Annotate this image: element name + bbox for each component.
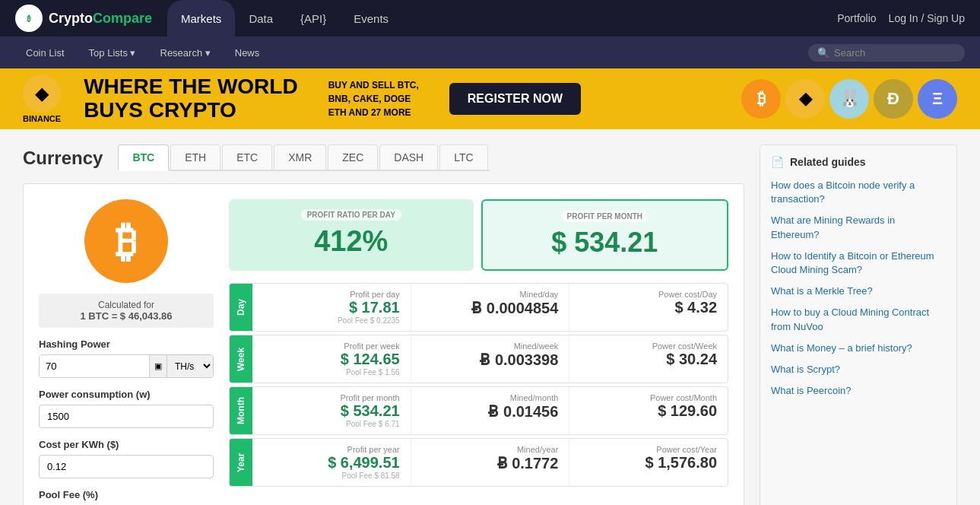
profit-month-label: PROFIT PER MONTH (496, 211, 714, 221)
nav-tab-markets[interactable]: Markets (167, 0, 235, 37)
nav-tab-api[interactable]: {API} (287, 0, 340, 37)
guides-list: How does a Bitcoin node verify a transac… (771, 179, 946, 398)
banner-headline: WHERE THE WORLD BUYS CRYPTO (84, 75, 298, 122)
sec-nav-toplists[interactable]: Top Lists ▾ (78, 37, 147, 68)
row-cells: Profit per year $ 6,499.51 Pool Fee $ 81… (252, 439, 728, 486)
profit-day-label: PROFIT RATIO PER DAY (243, 210, 460, 219)
power-consumption-label: Power consumption (w) (39, 389, 214, 400)
hashing-power-group: Hashing Power ▣ TH/s GH/s MH/s (39, 338, 214, 378)
tab-xmr[interactable]: XMR (274, 145, 326, 170)
list-item[interactable]: What is Scrypt? (771, 363, 946, 376)
hashing-power-unit-btn[interactable]: ▣ (149, 355, 167, 377)
secondary-nav: Coin List Top Lists ▾ Research ▾ News 🔍 (0, 37, 980, 68)
tab-ltc[interactable]: LTC (439, 145, 487, 170)
pool-fee: Pool Fee $ 0.2235 (263, 316, 400, 325)
pool-fee-label: Pool Fee (%) (39, 489, 214, 500)
pool-fee: Pool Fee $ 81.58 (263, 472, 400, 480)
calc-left: ₿ Calculated for 1 BTC = $ 46,043.86 Has… (39, 199, 214, 505)
profit-cell: Profit per day $ 17.81 Pool Fee $ 0.2235 (252, 284, 411, 331)
btc-rate-value: 1 BTC = $ 46,043.86 (45, 310, 208, 322)
tab-etc[interactable]: ETC (222, 145, 272, 170)
power-value: $ 30.24 (580, 351, 717, 368)
bun-coin-icon: 🐰 (829, 79, 869, 119)
search-box[interactable]: 🔍 (808, 44, 965, 62)
nav-right: Portfolio Log In / Sign Up (837, 12, 965, 24)
profit-value: $ 534.21 (263, 402, 400, 420)
pool-fee: Pool Fee $ 1.56 (263, 368, 400, 376)
mined-value: Ƀ 0.0004854 (422, 299, 559, 317)
currency-tabs: BTC ETH ETC XMR ZEC DASH LTC (118, 145, 489, 171)
table-row: Month Profit per month $ 534.21 Pool Fee… (229, 386, 728, 435)
power-value: $ 129.60 (580, 402, 717, 420)
related-guides: 📄 Related guides How does a Bitcoin node… (760, 145, 957, 505)
power-value: $ 4.32 (580, 299, 717, 316)
row-period-label: Month (230, 387, 252, 434)
nav-tab-data[interactable]: Data (235, 0, 287, 37)
profit-label: Profit per year (263, 445, 400, 454)
portfolio-link[interactable]: Portfolio (837, 12, 876, 24)
power-cost-cell: Power cost/Year $ 1,576.80 (569, 439, 728, 486)
top-nav: ₿ CryptoCompare Markets Data {API} Event… (0, 0, 980, 37)
btc-coin-icon: ₿ (741, 79, 781, 119)
tab-btc[interactable]: BTC (118, 145, 169, 171)
mined-label: Mined/week (422, 341, 559, 351)
cost-per-kwh-group: Cost per KWh ($) (39, 439, 214, 478)
table-row: Day Profit per day $ 17.81 Pool Fee $ 0.… (229, 283, 728, 332)
row-cells: Profit per week $ 124.65 Pool Fee $ 1.56… (252, 335, 728, 383)
mined-label: Mined/year (422, 445, 559, 454)
logo-icon: ₿ (15, 5, 43, 32)
hashing-power-input-group[interactable]: ▣ TH/s GH/s MH/s (39, 354, 214, 378)
left-panel: Currency BTC ETH ETC XMR ZEC DASH LTC ₿ … (23, 145, 744, 505)
power-value: $ 1,576.80 (580, 454, 717, 472)
logo[interactable]: ₿ CryptoCompare (15, 5, 152, 32)
row-cells: Profit per day $ 17.81 Pool Fee $ 0.2235… (252, 284, 728, 331)
calc-right: PROFIT RATIO PER DAY 412% PROFIT PER MON… (229, 199, 728, 505)
sec-nav-coinlist[interactable]: Coin List (15, 37, 75, 68)
profit-month-box: PROFIT PER MONTH $ 534.21 (481, 199, 729, 271)
mined-value: Ƀ 0.1772 (422, 454, 559, 472)
hashing-power-input[interactable] (40, 355, 149, 377)
mined-cell: Mined/day Ƀ 0.0004854 (411, 284, 570, 331)
profit-day-value: 412% (243, 225, 460, 258)
profit-label: Profit per month (263, 393, 400, 402)
power-label: Power cost/Day (580, 290, 717, 299)
login-signup-link[interactable]: Log In / Sign Up (889, 12, 965, 24)
list-item[interactable]: What is a Merkle Tree? (771, 284, 946, 298)
sec-nav-news[interactable]: News (224, 37, 271, 68)
profit-day-box: PROFIT RATIO PER DAY 412% (229, 199, 474, 271)
hashing-power-unit-select[interactable]: TH/s GH/s MH/s (167, 355, 213, 377)
profit-cell: Profit per week $ 124.65 Pool Fee $ 1.56 (252, 335, 411, 383)
row-period-label: Year (230, 439, 252, 486)
tab-eth[interactable]: ETH (170, 145, 220, 170)
register-button[interactable]: REGISTER NOW (449, 83, 581, 115)
bnb-coin-icon: ◆ (785, 79, 825, 119)
mined-cell: Mined/year Ƀ 0.1772 (411, 439, 570, 486)
tab-zec[interactable]: ZEC (328, 145, 378, 170)
tab-dash[interactable]: DASH (379, 145, 438, 170)
nav-main: Markets Data {API} Events (167, 0, 837, 37)
list-item[interactable]: How to Identify a Bitcoin or Ethereum Cl… (771, 249, 946, 277)
mined-value: Ƀ 0.003398 (422, 351, 559, 369)
table-row: Year Profit per year $ 6,499.51 Pool Fee… (229, 438, 728, 487)
list-item[interactable]: How does a Bitcoin node verify a transac… (771, 179, 946, 206)
search-icon: 🔍 (817, 47, 829, 59)
profit-label: Profit per week (263, 341, 400, 351)
power-cost-cell: Power cost/Month $ 129.60 (569, 387, 728, 434)
power-label: Power cost/Week (580, 341, 717, 351)
binance-name: BINANCE (23, 114, 61, 123)
list-item[interactable]: What are Mining Rewards in Ethereum? (771, 214, 946, 241)
calculated-for-label: Calculated for (98, 300, 154, 310)
profit-value: $ 124.65 (263, 351, 400, 368)
nav-tab-events[interactable]: Events (340, 0, 402, 37)
power-consumption-input[interactable] (39, 405, 214, 428)
pool-fee: Pool Fee $ 6.71 (263, 420, 400, 428)
search-input[interactable] (834, 47, 956, 59)
power-consumption-group: Power consumption (w) (39, 389, 214, 428)
sec-nav-research[interactable]: Research ▾ (150, 37, 221, 68)
list-item[interactable]: What is Peercoin? (771, 384, 946, 398)
cost-per-kwh-label: Cost per KWh ($) (39, 439, 214, 450)
list-item[interactable]: What is Money – a brief history? (771, 341, 946, 355)
list-item[interactable]: How to buy a Cloud Mining Contract from … (771, 306, 946, 333)
doge-coin-icon: Ð (874, 79, 913, 119)
cost-per-kwh-input[interactable] (39, 455, 214, 478)
